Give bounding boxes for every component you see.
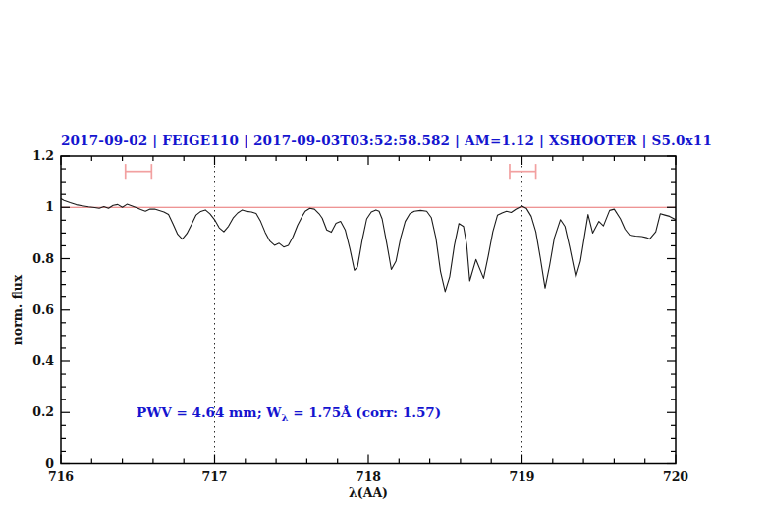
y-tick-label: 0.2	[32, 404, 54, 419]
x-tick-labels: 716717718719720	[48, 469, 688, 484]
y-axis-label: norm. flux	[10, 251, 25, 369]
x-tick-label: 718	[356, 469, 381, 484]
pwv-annotation: PWV = 4.64 mm; Wλ = 1.75Å (corr: 1.57)	[137, 404, 441, 423]
pwv-annotation-subscript: λ	[282, 412, 289, 423]
continuum-range-markers	[126, 164, 536, 179]
x-tick-label: 716	[48, 469, 74, 484]
x-tick-label: 719	[509, 469, 534, 484]
y-tick-labels: 00.20.40.60.811.2	[32, 148, 54, 471]
pwv-annotation-prefix: PWV = 4.64 mm; W	[137, 404, 282, 420]
y-tick-label: 0.4	[32, 353, 54, 368]
plot-title: 2017-09-02 | FEIGE110 | 2017-09-03T03:52…	[61, 133, 676, 148]
y-tick-label: 1	[45, 199, 54, 214]
x-axis-label: λ(AA)	[61, 485, 676, 500]
x-tick-label: 720	[663, 469, 688, 484]
y-tick-label: 1.2	[32, 148, 54, 163]
plot-canvas: 71671771871972000.20.40.60.811.2	[0, 0, 768, 532]
spectrum-line	[61, 199, 676, 292]
y-tick-label: 0.6	[32, 302, 54, 317]
x-tick-label: 717	[201, 469, 227, 484]
spectrum-figure: 71671771871972000.20.40.60.811.2 2017-09…	[0, 0, 768, 532]
y-tick-label: 0.8	[32, 251, 54, 266]
y-tick-label: 0	[45, 456, 54, 471]
pwv-annotation-suffix: = 1.75Å (corr: 1.57)	[289, 404, 442, 420]
